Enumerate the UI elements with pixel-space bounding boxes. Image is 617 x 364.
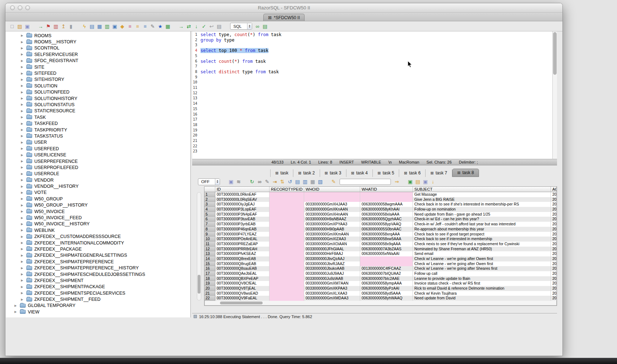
column-header-WHOID[interactable]: WHOID — [304, 187, 360, 192]
result-tab-task-7[interactable]: ⊠task 7 — [426, 169, 452, 177]
cell-recordtypeid[interactable] — [269, 207, 304, 212]
sql-editor[interactable]: 1234567891011121314151617181920212223 se… — [192, 31, 557, 159]
cell-whatid[interactable]: 00630000005S0bnAAC — [360, 227, 413, 232]
cell-whatid[interactable]: 006300000058xlaAAA — [360, 212, 413, 217]
cell-subject[interactable]: Send email — [413, 251, 551, 256]
generate-sql-icon[interactable]: ϟ — [81, 23, 88, 30]
sidebar-item-staticresource[interactable]: ▶STATICRESOURCE — [6, 108, 190, 114]
results-grid-icon[interactable]: ▤ — [261, 23, 269, 30]
tab-close-icon[interactable]: ⊠ — [377, 170, 381, 176]
sidebar-item-solutionstatus[interactable]: ▶SOLUTIONSTATUS — [6, 101, 190, 108]
row-number[interactable]: 21 — [204, 291, 215, 296]
cell-whoid[interactable]: 0033000000GmXPYAA3 — [304, 222, 360, 227]
sidebar-item-zkfedex-shipmentspecialservices[interactable]: ▶ZKFEDEX__SHIPMENTSPECIALSERVICES — [6, 290, 190, 296]
cell-ac[interactable]: 200 — [551, 271, 557, 276]
cell-subject[interactable]: Check back to see if good target prospec… — [413, 232, 551, 237]
disclosure-triangle-icon[interactable]: ▶ — [21, 122, 24, 125]
bookmarks-icon[interactable]: ◆ — [118, 23, 126, 30]
cell-id[interactable]: 00T3000000L0RknEAF — [215, 192, 269, 197]
favorites-star-icon[interactable]: ★ — [156, 23, 164, 30]
cell-recordtypeid[interactable] — [269, 276, 304, 281]
sidebar-item-w50-group-history[interactable]: ▶W50_GROUP__HISTORY — [6, 202, 190, 208]
cell-whoid[interactable]: 0033000000JbvQzAAJ — [304, 256, 360, 261]
window-titlebar[interactable]: RazorSQL - SFDCW50 II — [5, 3, 562, 13]
row-number[interactable]: 9 — [204, 232, 215, 237]
cell-id[interactable]: 00T3000000QAeJbEAL — [215, 271, 269, 276]
grid-vscrollbar[interactable] — [197, 192, 201, 300]
cell-ac[interactable]: 200 — [551, 242, 557, 247]
cell-ac[interactable]: 200 — [551, 217, 557, 222]
disclosure-triangle-icon[interactable]: ▶ — [21, 247, 24, 251]
row-number[interactable]: 13 — [204, 251, 215, 256]
column-info-icon[interactable]: ▤ — [294, 178, 301, 185]
disclosure-triangle-icon[interactable]: ▶ — [21, 285, 24, 289]
result-tab-task-4[interactable]: ⊠task 4 — [346, 169, 373, 177]
cell-whatid[interactable]: 006300000058yhWAAQ — [360, 296, 413, 301]
indent-sql-icon[interactable]: ≡ — [134, 23, 141, 30]
cell-whatid[interactable]: 00630000007bIQUAA2 — [360, 271, 413, 276]
sidebar-item-zkfedex-shipment[interactable]: ▶ZKFEDEX__SHIPMENT — [6, 277, 190, 283]
sidebar-item-sfdc-registrant[interactable]: ▶SFDC_REGISTRANT — [6, 58, 190, 64]
row-number[interactable]: 15 — [204, 261, 215, 266]
table-row[interactable]: 700T3000000P3yrbEAB0033000000GmXPYAA3006… — [204, 222, 557, 227]
cell-whatid[interactable]: 00630000005QgzhAAC — [360, 217, 413, 222]
sidebar-item-solutionhistory[interactable]: ▶SOLUTIONHISTORY — [6, 95, 190, 101]
cell-subject[interactable]: Give Jenn a BIG RAISE — [413, 197, 551, 202]
row-number[interactable]: 7 — [204, 222, 215, 227]
sidebar-item-taskfeed[interactable]: ▶TASKFEED — [6, 120, 190, 126]
sidebar-item-sitehistory[interactable]: ▶SITEHISTORY — [6, 77, 190, 83]
cell-whoid[interactable] — [304, 197, 360, 202]
cell-id[interactable]: 00T3000000P3LopEAF — [215, 207, 269, 212]
disclosure-triangle-icon[interactable]: ▶ — [21, 222, 24, 226]
disclosure-triangle-icon[interactable]: ▶ — [21, 279, 24, 282]
table-row[interactable]: 2200T3000000QV9FaEAL0033000000GmXMDAA300… — [204, 296, 557, 301]
cell-id[interactable]: 00T3000000P3N4pEAF — [215, 212, 269, 217]
cell-subject[interactable]: Check w/ Leanne - we're going after Owen… — [413, 261, 551, 266]
cell-subject[interactable]: Get Massage — [413, 192, 551, 197]
row-number[interactable]: 20 — [204, 286, 215, 291]
table-row[interactable]: 1800T3000000QBXPeEAP0033000000Ju9zlAAB00… — [204, 276, 557, 281]
sidebar-item-global-temporary[interactable]: ▶GLOBAL TEMPORARY — [6, 303, 190, 309]
cell-ac[interactable]: 200 — [551, 281, 557, 286]
sidebar-item-w50-invoice[interactable]: ▶W50_INVOICE — [6, 208, 190, 214]
copy-results-icon[interactable]: ▦ — [309, 178, 316, 185]
cell-ac[interactable]: 200 — [551, 251, 557, 256]
disclosure-triangle-icon[interactable]: ▶ — [21, 53, 24, 56]
cell-recordtypeid[interactable] — [269, 227, 304, 232]
sidebar-item-userfeed[interactable]: ▶USERFEED — [6, 146, 190, 152]
table-row[interactable]: 500T3000000P3N4pEAF0033000000GmXHnAAN006… — [204, 212, 557, 217]
filter-results-icon[interactable]: ≋ — [235, 178, 242, 185]
disclosure-triangle-icon[interactable]: ▶ — [21, 91, 24, 94]
sidebar-item-view[interactable]: ▶VIEW — [6, 309, 190, 315]
row-number[interactable]: 14 — [204, 256, 215, 261]
sidebar-item-user[interactable]: ▶USER — [6, 139, 190, 146]
disclosure-triangle-icon[interactable]: ▶ — [21, 134, 24, 138]
cell-subject[interactable]: Leanne to provide update to Bain — [413, 276, 551, 281]
find-next-icon[interactable]: ⇒ — [393, 178, 401, 185]
import-data-icon[interactable]: → — [37, 23, 44, 30]
table-row[interactable]: 1700T3000000QAeJbEAL0033000000Ju9J9AAJ00… — [204, 271, 557, 276]
fetch-more-icon[interactable]: ↓ — [429, 178, 437, 185]
cell-id[interactable]: 00T3000000Q8rexEAB — [215, 256, 269, 261]
cell-subject[interactable]: Check back in to see if she's interested… — [413, 202, 551, 207]
insert-row-icon[interactable]: ⇥ — [271, 178, 279, 185]
form-view-icon[interactable]: ▥ — [301, 178, 309, 185]
disclosure-triangle-icon[interactable]: ▶ — [21, 298, 24, 301]
disclosure-triangle-icon[interactable]: ▶ — [21, 116, 24, 119]
cell-id[interactable]: 00T3000000QV8wsEAD — [215, 291, 269, 296]
sort-results-icon[interactable]: ⇅ — [279, 178, 286, 185]
cell-subject[interactable]: Check-in w/ Jeff - couldn't afford last … — [413, 222, 551, 227]
table-row[interactable]: 1100T3000000PREZaEAP0033000000GmXOiAAN00… — [204, 242, 557, 247]
editor-scrollbar[interactable] — [552, 31, 557, 159]
column-header-ID[interactable]: ID — [215, 187, 269, 192]
disclosure-triangle-icon[interactable]: ▶ — [21, 172, 24, 176]
cell-recordtypeid[interactable] — [269, 192, 304, 197]
rollback-icon[interactable]: ↩ — [208, 23, 215, 30]
row-number[interactable]: 8 — [204, 227, 215, 232]
table-row[interactable]: 2100T3000000QV8wsEAD0033000000GmXLXAA300… — [204, 291, 557, 296]
disclosure-triangle-icon[interactable]: ▶ — [21, 210, 24, 213]
disclosure-triangle-icon[interactable]: ▶ — [21, 185, 24, 188]
sidebar-item-vote[interactable]: ▶VOTE — [6, 190, 190, 196]
sidebar-item-zkfedex-shipmatepreference[interactable]: ▶ZKFEDEX__SHIPMATEPREFERENCE — [6, 259, 190, 265]
snippets-list-icon[interactable]: ≡ — [126, 23, 134, 30]
